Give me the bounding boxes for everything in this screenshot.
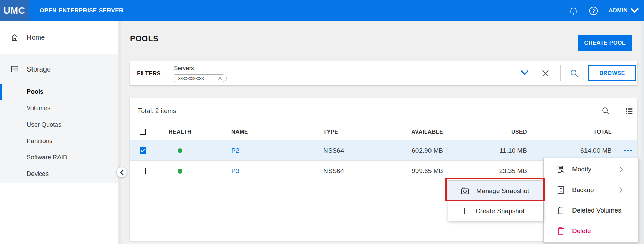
filter-bar: FILTERS Servers xxxx-xxx-xxx BROWSE	[130, 61, 637, 85]
bell-icon[interactable]	[569, 5, 578, 16]
delete-icon	[556, 227, 565, 235]
pool-total: 614.00 MB	[534, 147, 619, 154]
menu-item-label: Deleted Volumes	[572, 207, 621, 214]
menu-item-label: Backup	[572, 186, 594, 194]
select-all-checkbox[interactable]	[140, 129, 146, 135]
help-glyph: ?	[592, 8, 595, 13]
snapshot-submenu: Manage Snapshot Create Snapshot	[448, 180, 543, 221]
sidebar-item-user-quotas[interactable]: User Quotas	[0, 116, 118, 133]
user-quotas-label: User Quotas	[27, 121, 61, 128]
column-header-available: AVAILABLE	[382, 129, 450, 135]
column-header-health: HEALTH	[166, 129, 194, 135]
product-title: OPEN ENTERPRISE SERVER	[40, 7, 124, 14]
menu-item-manage-snapshot[interactable]: Manage Snapshot	[448, 181, 543, 201]
plus-icon	[461, 207, 469, 215]
column-header-total: TOTAL	[534, 129, 619, 135]
table-search-icon[interactable]	[601, 106, 610, 115]
health-ok-dot	[178, 169, 182, 174]
row-checkbox-unchecked[interactable]	[140, 168, 146, 174]
row-checkbox-checked[interactable]	[140, 147, 146, 154]
clear-filter-icon[interactable]	[542, 69, 549, 77]
browse-button[interactable]: BROWSE	[588, 65, 636, 81]
menu-item-modify[interactable]: Modify	[544, 159, 638, 180]
storage-icon	[10, 65, 19, 74]
devices-label: Devices	[27, 170, 49, 178]
backup-icon	[556, 185, 565, 194]
column-header-used: USED	[450, 129, 534, 135]
chevron-down-icon	[631, 8, 639, 13]
pool-name-link[interactable]: P3	[231, 167, 239, 175]
list-view-icon[interactable]	[624, 107, 633, 116]
table-toolbar: Total: 2 items	[130, 98, 637, 124]
submenu-arrow-icon	[619, 166, 623, 173]
filters-label: FILTERS	[137, 70, 161, 77]
sidebar-home-label: Home	[27, 34, 45, 41]
sidebar-navigation: Home Storage	[0, 21, 118, 244]
menu-item-label: Manage Snapshot	[476, 187, 529, 195]
sidebar-item-pools[interactable]: Pools	[0, 84, 118, 100]
page-scrollbar[interactable]	[641, 21, 644, 244]
column-header-type: TYPE	[313, 129, 382, 135]
submenu-arrow-icon	[619, 187, 623, 193]
chip-remove-icon[interactable]	[218, 76, 222, 80]
storage-subnav: Pools Volumes User Quotas Partitions Sof…	[0, 84, 118, 182]
servers-field-label: Servers	[174, 65, 194, 72]
pools-label: Pools	[27, 88, 43, 95]
help-icon[interactable]: ?	[589, 6, 598, 16]
umc-logo[interactable]: UMC	[0, 0, 29, 21]
filter-search-icon[interactable]	[570, 69, 579, 78]
sidebar-item-partitions[interactable]: Partitions	[0, 133, 118, 149]
table-row-p2[interactable]: P2 NSS64 602.90 MB 11.10 MB 614.00 MB	[130, 140, 637, 161]
server-filter-chip-value: xxxx-xxx-xxx	[178, 76, 204, 81]
health-ok-dot	[178, 148, 182, 153]
menu-item-label: Modify	[572, 166, 591, 173]
sidebar-storage-label: Storage	[27, 65, 51, 73]
expand-filter-icon[interactable]	[520, 70, 529, 76]
modify-icon	[556, 165, 565, 174]
sidebar-item-software-raid[interactable]: Software RAID	[0, 149, 118, 166]
sidebar-divider	[118, 21, 121, 244]
software-raid-label: Software RAID	[27, 154, 67, 161]
pool-available: 999.65 MB	[382, 167, 450, 175]
collapse-sidebar-icon	[119, 170, 124, 175]
pool-type: NSS64	[313, 167, 382, 175]
menu-item-backup[interactable]: Backup	[544, 180, 638, 200]
top-bar: UMC OPEN ENTERPRISE SERVER ? ADMIN	[0, 0, 644, 21]
sidebar-item-volumes[interactable]: Volumes	[0, 100, 118, 116]
admin-label: ADMIN	[609, 8, 628, 14]
admin-user-menu[interactable]: ADMIN	[609, 8, 639, 14]
row-actions-context-menu: Modify Backup	[543, 158, 639, 243]
sidebar-storage-section: Storage Pools Volumes User Quotas Partit…	[0, 54, 118, 183]
camera-icon	[461, 187, 469, 195]
column-header-name: NAME	[221, 129, 313, 135]
sidebar-item-home[interactable]: Home	[0, 21, 118, 54]
pool-used: 11.10 MB	[450, 147, 534, 154]
toolbar-divider	[617, 103, 617, 119]
menu-item-label: Delete	[572, 227, 591, 235]
collapse-sidebar-button[interactable]	[117, 167, 127, 177]
filter-divider	[560, 65, 561, 81]
volumes-label: Volumes	[27, 105, 50, 112]
table-header-row: HEALTH NAME TYPE AVAILABLE USED TOTAL	[130, 124, 637, 140]
menu-item-delete[interactable]: Delete	[544, 221, 638, 241]
deleted-volumes-icon	[556, 206, 565, 215]
pool-used: 23.35 MB	[450, 167, 534, 175]
menu-item-label: Create Snapshot	[476, 207, 525, 215]
sidebar-item-storage[interactable]: Storage	[0, 61, 118, 77]
menu-item-deleted-volumes[interactable]: Deleted Volumes	[544, 200, 638, 221]
create-pool-button[interactable]: CREATE POOL	[578, 35, 632, 51]
partitions-label: Partitions	[27, 138, 52, 145]
pool-available: 602.90 MB	[382, 147, 450, 154]
sidebar-item-devices[interactable]: Devices	[0, 166, 118, 182]
server-filter-chip[interactable]: xxxx-xxx-xxx	[174, 74, 227, 82]
row-actions-ellipsis-icon[interactable]	[619, 150, 637, 151]
home-icon	[10, 33, 19, 42]
umc-application-window: UMC OPEN ENTERPRISE SERVER ? ADMIN	[0, 0, 644, 244]
topbar-actions: ? ADMIN	[569, 5, 644, 16]
total-items-text: Total: 2 items	[138, 98, 176, 124]
pool-name-link[interactable]: P2	[231, 147, 239, 154]
pool-type: NSS64	[313, 147, 382, 154]
menu-item-create-snapshot[interactable]: Create Snapshot	[448, 201, 543, 221]
page-title: POOLS	[130, 34, 158, 43]
